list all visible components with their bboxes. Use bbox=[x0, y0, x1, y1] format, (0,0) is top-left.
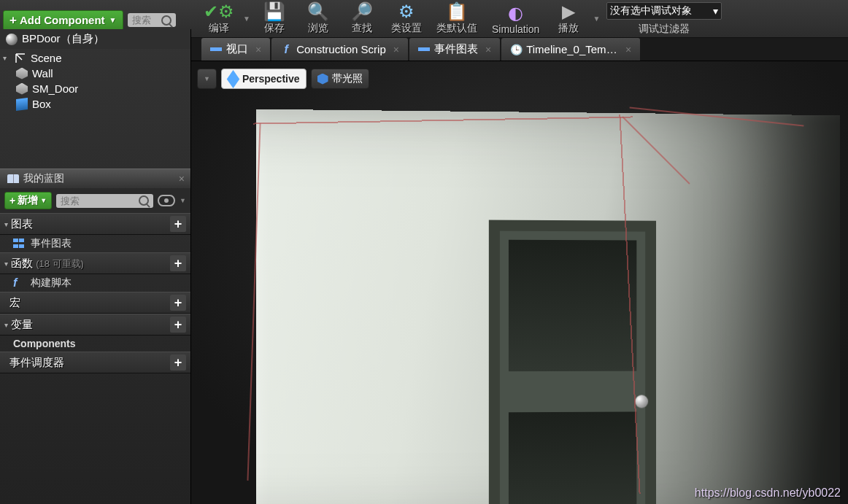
expand-icon: ▾ bbox=[4, 220, 8, 228]
section-title: 函数 (18 可重载) bbox=[11, 257, 170, 271]
browse-button[interactable]: 🔍 浏览 bbox=[296, 0, 340, 37]
add-new-label: 新增 bbox=[18, 194, 38, 207]
construction-script-item[interactable]: f 构建脚本 bbox=[0, 274, 190, 292]
defaults-icon: 📋 bbox=[444, 1, 469, 22]
expand-icon bbox=[4, 299, 7, 307]
graph-icon bbox=[418, 44, 430, 55]
plus-icon: + bbox=[9, 13, 17, 28]
components-var-item[interactable]: Components bbox=[0, 336, 190, 352]
debug-object-label: 没有选中调试对象 bbox=[610, 4, 692, 18]
compile-dropdown[interactable]: ▼ bbox=[241, 0, 253, 37]
viewport-options-button[interactable]: ▼ bbox=[197, 69, 217, 89]
lit-label: 带光照 bbox=[332, 72, 363, 85]
viewport[interactable]: ▼ Perspective 带光照 bbox=[191, 61, 848, 504]
compile-icon: ✔⚙ bbox=[207, 1, 231, 22]
graph-icon bbox=[13, 239, 26, 249]
find-button[interactable]: 🔎 查找 bbox=[340, 0, 384, 37]
compile-button[interactable]: ✔⚙ 编译 bbox=[197, 0, 241, 37]
add-variable-button[interactable]: + bbox=[170, 317, 186, 333]
mesh-icon bbox=[16, 68, 28, 80]
plus-icon: + bbox=[9, 195, 15, 206]
add-component-button[interactable]: + Add Component ▼ bbox=[3, 10, 123, 31]
play-button[interactable]: ▶ 播放 bbox=[547, 0, 590, 37]
door-midrail bbox=[500, 383, 645, 407]
section-functions[interactable]: ▾ 函数 (18 可重载) + bbox=[0, 252, 190, 274]
expand-icon: ▾ bbox=[4, 321, 8, 329]
play-icon: ▶ bbox=[556, 1, 581, 22]
add-macro-button[interactable]: + bbox=[170, 295, 186, 311]
door-frame bbox=[489, 220, 656, 504]
browse-label: 浏览 bbox=[308, 22, 328, 35]
close-icon[interactable]: × bbox=[393, 44, 399, 55]
visibility-icon[interactable] bbox=[158, 195, 175, 206]
section-macros[interactable]: 宏 + bbox=[0, 292, 190, 314]
scene-icon bbox=[15, 53, 26, 64]
my-blueprint-tab[interactable]: 我的蓝图 × bbox=[0, 168, 190, 188]
perspective-button[interactable]: Perspective bbox=[221, 69, 307, 89]
viewport-toolbar: ▼ Perspective 带光照 bbox=[197, 69, 369, 89]
component-search-box[interactable] bbox=[128, 13, 176, 27]
add-dispatcher-button[interactable]: + bbox=[170, 354, 186, 371]
tab-timeline[interactable]: 🕒 Timeline_0_Templa × bbox=[501, 38, 640, 61]
lit-mode-button[interactable]: 带光照 bbox=[311, 69, 369, 89]
tab-construction-script[interactable]: f Construction Scrip × bbox=[271, 38, 408, 61]
find-label: 查找 bbox=[352, 22, 372, 35]
perspective-icon bbox=[227, 70, 239, 88]
blueprint-root-label: BPDoor（自身） bbox=[22, 32, 104, 46]
search-icon bbox=[139, 195, 149, 206]
component-search-input[interactable] bbox=[132, 15, 158, 26]
tree-item-door[interactable]: SM_Door bbox=[0, 81, 190, 96]
blueprint-search-input[interactable] bbox=[61, 195, 139, 206]
close-icon[interactable]: × bbox=[255, 44, 261, 55]
mesh-icon bbox=[16, 83, 28, 95]
wall-mesh bbox=[256, 109, 839, 504]
section-subtitle: (18 可重载) bbox=[36, 258, 84, 269]
left-panel: BPDoor（自身） ▾ Scene Wall SM_Door Box 我的蓝图… bbox=[0, 29, 191, 504]
tab-label: 视口 bbox=[226, 42, 248, 56]
simulation-icon: ◐ bbox=[504, 3, 528, 23]
tab-event-graph[interactable]: 事件图表 × bbox=[409, 38, 500, 61]
class-defaults-label: 类默认值 bbox=[436, 22, 477, 35]
section-graphs[interactable]: ▾ 图表 + bbox=[0, 213, 190, 235]
chevron-down-icon: ▼ bbox=[109, 16, 117, 24]
tree-item-label: Wall bbox=[32, 67, 53, 80]
construction-script-label: 构建脚本 bbox=[31, 276, 72, 290]
debug-object-select[interactable]: 没有选中调试对象 ▾ bbox=[606, 2, 722, 20]
tree-item-label: SM_Door bbox=[32, 82, 78, 95]
add-new-button[interactable]: + 新增 ▼ bbox=[4, 192, 52, 209]
my-blueprint-toolbar: + 新增 ▼ ▼ bbox=[0, 188, 190, 213]
chevron-down-icon[interactable]: ▼ bbox=[180, 197, 186, 204]
event-graph-item[interactable]: 事件图表 bbox=[0, 235, 190, 252]
tab-label: Construction Scrip bbox=[296, 43, 386, 55]
save-label: 保存 bbox=[264, 22, 285, 35]
blueprint-root-row[interactable]: BPDoor（自身） bbox=[0, 29, 190, 49]
debug-filter-label: 调试过滤器 bbox=[639, 23, 690, 36]
section-variables[interactable]: ▾ 变量 + bbox=[0, 314, 190, 336]
class-defaults-button[interactable]: 📋 类默认值 bbox=[429, 0, 485, 37]
simulation-button[interactable]: ◐ Simulation bbox=[485, 0, 547, 37]
tab-label: Timeline_0_Templa bbox=[526, 43, 618, 55]
close-icon[interactable]: × bbox=[625, 44, 631, 55]
save-button[interactable]: 💾 保存 bbox=[253, 0, 296, 37]
gear-icon: ⚙ bbox=[394, 1, 419, 22]
door-panel-bottom bbox=[509, 411, 636, 504]
compile-label: 编译 bbox=[209, 22, 229, 35]
expand-icon[interactable]: ▾ bbox=[3, 54, 10, 62]
add-graph-button[interactable]: + bbox=[170, 216, 186, 232]
perspective-label: Perspective bbox=[242, 73, 300, 85]
tab-viewport[interactable]: 视口 × bbox=[201, 38, 270, 61]
add-function-button[interactable]: + bbox=[170, 255, 186, 271]
scene-root-row[interactable]: ▾ Scene bbox=[0, 50, 190, 66]
close-icon[interactable]: × bbox=[179, 173, 185, 185]
play-dropdown[interactable]: ▼ bbox=[590, 0, 602, 37]
class-settings-button[interactable]: ⚙ 类设置 bbox=[384, 0, 429, 37]
chevron-down-icon: ▼ bbox=[204, 75, 210, 82]
tree-item-box[interactable]: Box bbox=[0, 96, 190, 112]
section-dispatchers[interactable]: 事件调度器 + bbox=[0, 352, 190, 373]
tree-item-wall[interactable]: Wall bbox=[0, 66, 190, 81]
box-icon bbox=[16, 97, 28, 110]
editor-tabs: 视口 × f Construction Scrip × 事件图表 × 🕒 Tim… bbox=[191, 38, 848, 61]
expand-icon: ▾ bbox=[4, 260, 8, 268]
close-icon[interactable]: × bbox=[485, 44, 491, 55]
blueprint-search-box[interactable] bbox=[56, 194, 153, 208]
